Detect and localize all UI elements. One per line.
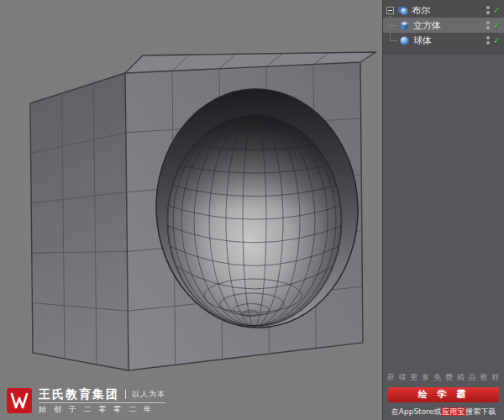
tree-branch-line	[390, 25, 397, 26]
wangshi-logo-icon	[7, 388, 32, 413]
visibility-dots[interactable]	[486, 21, 490, 29]
tree-row-cube[interactable]: 立方体 ✓	[383, 18, 504, 33]
tree-label-boolean[interactable]: 布尔	[412, 6, 430, 15]
download-prefix: 在AppStore或	[391, 407, 441, 416]
tree-row-sphere[interactable]: 球体 ✓	[383, 33, 504, 48]
boolean-scene-render	[0, 0, 382, 420]
tree-label-sphere[interactable]: 球体	[413, 36, 432, 45]
enabled-check-icon[interactable]: ✓	[493, 36, 501, 45]
tree-row-boolean[interactable]: 布尔 ✓	[383, 3, 504, 18]
brand-since: 始 创 于 二 零 零 二 年	[39, 406, 165, 413]
app-window: 王氏教育集团 以人为本 始 创 于 二 零 零 二 年 布	[0, 0, 504, 420]
tree-branch-line	[390, 40, 397, 41]
object-manager: 布尔 ✓ 立方体 ✓	[383, 0, 504, 54]
viewport-3d[interactable]: 王氏教育集团 以人为本 始 创 于 二 零 零 二 年	[0, 0, 382, 420]
tree-label-cube[interactable]: 立方体	[413, 21, 441, 30]
visibility-dots[interactable]	[486, 6, 490, 14]
visibility-dots[interactable]	[486, 36, 490, 45]
brand-divider	[125, 390, 126, 399]
enabled-check-icon[interactable]: ✓	[493, 21, 501, 30]
promo-block: 获 得 更 多 免 费 精 品 教 程 绘 学 霸 在AppStore或应用宝搜…	[383, 372, 504, 417]
brand-company-name: 王氏教育集团	[39, 388, 119, 400]
huixueba-button[interactable]: 绘 学 霸	[388, 387, 499, 402]
cube-object-icon	[398, 19, 410, 31]
collapse-toggle-icon[interactable]	[386, 7, 394, 14]
download-suffix: 搜索下载	[465, 407, 496, 416]
promo-tagline: 获 得 更 多 免 费 精 品 教 程	[383, 372, 504, 383]
boolean-object-icon	[396, 4, 408, 16]
sidebar-panel: 布尔 ✓ 立方体 ✓	[382, 0, 504, 420]
download-hint: 在AppStore或应用宝搜索下载	[383, 407, 504, 417]
sphere-object-icon	[398, 34, 410, 46]
enabled-check-icon[interactable]: ✓	[493, 6, 501, 15]
brand-slogan: 以人为本	[132, 391, 165, 398]
brand-block: 王氏教育集团 以人为本 始 创 于 二 零 零 二 年	[7, 388, 165, 413]
yingyongbao-highlight: 应用宝	[441, 407, 465, 416]
